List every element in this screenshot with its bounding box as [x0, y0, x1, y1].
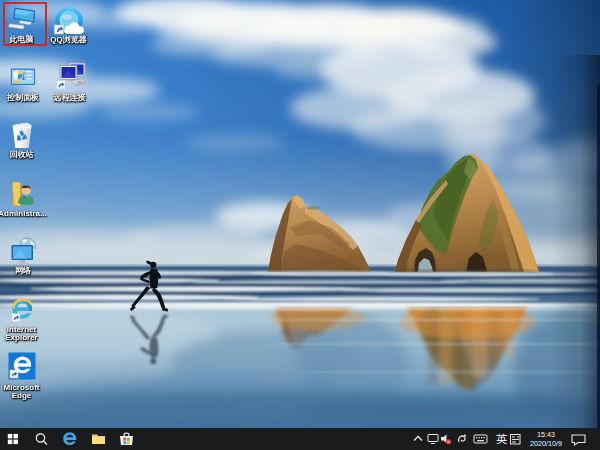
svg-text:2020/10/9: 2020/10/9 — [530, 439, 562, 448]
svg-text:英: 英 — [496, 433, 508, 445]
svg-text:15:43: 15:43 — [537, 430, 555, 439]
